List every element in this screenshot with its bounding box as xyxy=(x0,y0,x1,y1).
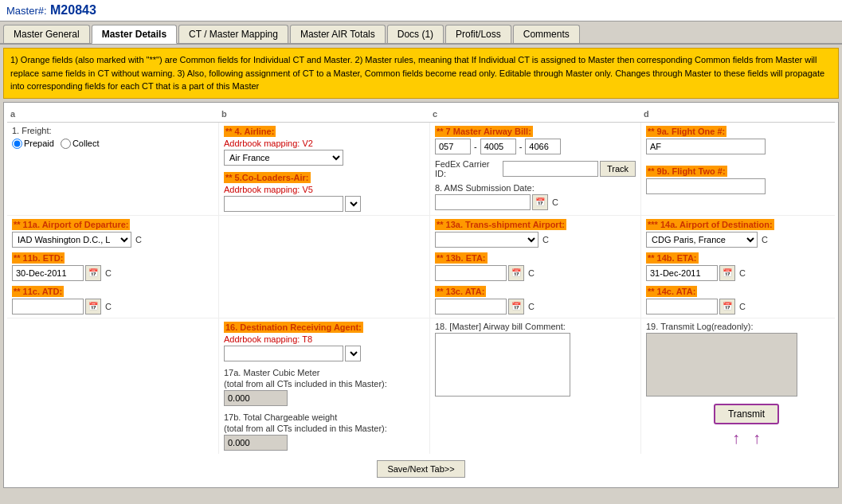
row3-col-a xyxy=(7,318,218,454)
fedex-row: FedEx Carrier ID: Track xyxy=(435,159,636,178)
ams-date-input[interactable] xyxy=(435,194,531,210)
dest-airport-select[interactable]: CDG Paris, France xyxy=(646,232,758,248)
etd-label: ** 11b. ETD: xyxy=(12,252,65,264)
atd-row: 📅 C xyxy=(12,299,213,315)
etd-clear-button[interactable]: C xyxy=(103,268,114,279)
airline-select[interactable]: Air France xyxy=(224,150,343,166)
row1-col-c: ** 7 Master Airway Bill: - - FedEx Carri… xyxy=(429,123,640,215)
awb-comment-textarea[interactable] xyxy=(435,333,570,397)
tab-master-details[interactable]: Master Details xyxy=(92,25,177,44)
fedex-input[interactable] xyxy=(503,161,598,177)
dep-airport-select[interactable]: IAD Washington D.C., L xyxy=(12,232,131,248)
dep-airport-row: IAD Washington D.C., L C xyxy=(12,232,213,248)
addrbook-t8: Addrbook mapping: T8 xyxy=(224,334,425,344)
dest-agent-select-row xyxy=(224,346,425,361)
row2-col-b xyxy=(218,216,429,318)
transmit-log-textarea xyxy=(646,333,797,397)
tab-ct-master-mapping[interactable]: CT / Master Mapping xyxy=(178,25,288,43)
transmit-button[interactable]: Transmit xyxy=(714,404,779,424)
addrbook-v5: Addrbook mapping: V5 xyxy=(224,185,425,194)
weight-label: 17b. Total Chargeable weight xyxy=(224,412,425,422)
awb-input-2[interactable] xyxy=(480,139,516,154)
ams-clear-button[interactable]: C xyxy=(550,197,561,208)
atd-label: ** 11c. ATD: xyxy=(12,286,64,297)
collect-radio-label[interactable]: Collect xyxy=(61,139,100,149)
etad-input[interactable] xyxy=(646,265,718,281)
ams-date-row: 📅 C xyxy=(435,194,636,210)
atab-calendar-button[interactable]: 📅 xyxy=(508,299,524,315)
grid-headers: a b c d xyxy=(7,106,835,123)
trans-clear-button[interactable]: C xyxy=(540,234,551,245)
arrow-up-right-icon: ↑ xyxy=(753,429,761,447)
header-c: c xyxy=(429,107,640,120)
dest-agent-input[interactable] xyxy=(224,346,343,361)
prepaid-radio[interactable] xyxy=(12,139,22,149)
atd-calendar-button[interactable]: 📅 xyxy=(85,299,101,315)
collect-radio[interactable] xyxy=(61,139,71,149)
row3-col-b: 16. Destination Receiving Agent: Addrboo… xyxy=(218,318,429,454)
prepaid-radio-label[interactable]: Prepaid xyxy=(12,139,54,149)
dest-clear-button[interactable]: C xyxy=(759,234,770,245)
row2-col-a: ** 11a. Airport of Departure: IAD Washin… xyxy=(7,216,218,318)
atab-input[interactable] xyxy=(435,299,507,315)
tab-comments[interactable]: Comments xyxy=(513,25,580,43)
atd-input[interactable] xyxy=(12,299,84,315)
coloaders-dropdown[interactable] xyxy=(345,196,361,212)
cubic-label: 17a. Master Cubic Meter xyxy=(224,368,425,377)
trans-label: ** 13a. Trans-shipment Airport: xyxy=(435,219,566,230)
dest-agent-label: 16. Destination Receiving Agent: xyxy=(224,322,363,333)
cubic-input[interactable] xyxy=(224,390,288,406)
trans-airport-select[interactable] xyxy=(435,232,538,248)
cubic-sub-label: (total from all CTs included in this Mas… xyxy=(224,379,425,389)
weight-input[interactable] xyxy=(224,435,288,451)
ams-calendar-button[interactable]: 📅 xyxy=(532,194,548,210)
atad-clear-button[interactable]: C xyxy=(737,301,748,312)
radio-group: Prepaid Collect xyxy=(12,139,213,149)
tab-profit-loss[interactable]: Profit/Loss xyxy=(445,25,511,43)
flight1-label: ** 9a. Flight One #: xyxy=(646,126,726,137)
coloaders-input[interactable] xyxy=(224,196,343,212)
arrows-container: ↑ ↑ xyxy=(646,426,842,451)
warning-box: 1) Orange fields (also marked with "**")… xyxy=(3,48,839,99)
atad-input[interactable] xyxy=(646,299,718,315)
flight1-input[interactable] xyxy=(646,139,766,154)
atad-calendar-button[interactable]: 📅 xyxy=(719,299,735,315)
etd-input[interactable] xyxy=(12,265,84,281)
save-next-button[interactable]: Save/Next Tab>> xyxy=(377,460,464,478)
tab-docs[interactable]: Docs (1) xyxy=(387,25,444,43)
row-2: ** 11a. Airport of Departure: IAD Washin… xyxy=(7,216,835,318)
tab-master-air-totals[interactable]: Master AIR Totals xyxy=(290,25,386,43)
etad-calendar-button[interactable]: 📅 xyxy=(719,265,735,281)
row1-col-d: ** 9a. Flight One #: ** 9b. Flight Two #… xyxy=(640,123,842,215)
row1-col-b: ** 4. Airline: Addrbook mapping: V2 Air … xyxy=(218,123,429,215)
atab-row: 📅 C xyxy=(435,299,636,315)
awb-input-3[interactable] xyxy=(525,139,561,154)
ams-label: 8. AMS Submission Date: xyxy=(435,183,636,193)
atab-clear-button[interactable]: C xyxy=(526,301,537,312)
track-button[interactable]: Track xyxy=(600,161,636,177)
save-row: Save/Next Tab>> xyxy=(7,454,835,484)
dep-label: ** 11a. Airport of Departure: xyxy=(12,219,130,230)
header-a: a xyxy=(7,107,218,120)
etd-row: 📅 C xyxy=(12,265,213,281)
atd-clear-button[interactable]: C xyxy=(103,301,114,312)
fedex-label: FedEx Carrier ID: xyxy=(435,159,498,178)
awb-input-1[interactable] xyxy=(435,139,471,154)
title-bar: Master#: M20843 xyxy=(0,0,842,21)
header-d: d xyxy=(640,107,842,120)
etab-calendar-button[interactable]: 📅 xyxy=(508,265,524,281)
etab-input[interactable] xyxy=(435,265,507,281)
tab-master-general[interactable]: Master General xyxy=(3,25,90,43)
etad-clear-button[interactable]: C xyxy=(737,268,748,279)
dest-airport-row: CDG Paris, France C xyxy=(646,232,842,248)
etab-label: ** 13b. ETA: xyxy=(435,252,488,264)
master-id: M20843 xyxy=(50,3,96,17)
dest-agent-dropdown[interactable] xyxy=(345,346,361,361)
row-3: 16. Destination Receiving Agent: Addrboo… xyxy=(7,318,835,454)
etd-calendar-button[interactable]: 📅 xyxy=(85,265,101,281)
atab-label: ** 13c. ATA: xyxy=(435,286,486,297)
arrow-up-left-icon: ↑ xyxy=(732,429,740,447)
flight2-input[interactable] xyxy=(646,178,766,194)
etab-clear-button[interactable]: C xyxy=(526,268,537,279)
dep-clear-button[interactable]: C xyxy=(133,234,144,245)
